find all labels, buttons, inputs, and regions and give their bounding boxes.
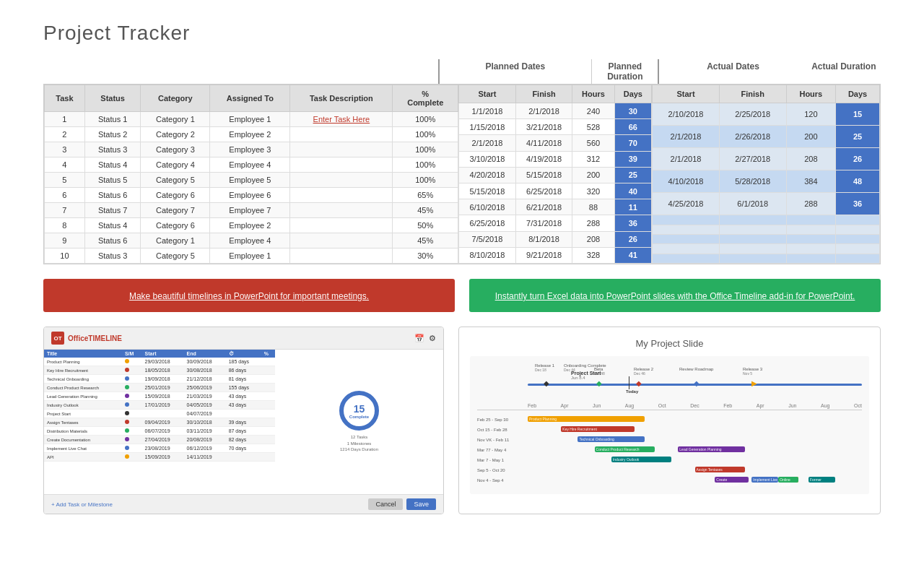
ot-cell-status — [122, 418, 142, 427]
col-header-row: Task Status Category Assigned To Task De… — [45, 85, 458, 112]
ot-header: OT OfficeTIMELINE 📅 ⚙ — [44, 327, 443, 350]
cell-employee: Employee 2 — [210, 218, 290, 233]
ot-calendar-icon[interactable]: 📅 — [414, 334, 424, 343]
ot-cell-pct — [261, 436, 275, 444]
cell-a-days — [836, 244, 880, 254]
cell-task: 10 — [45, 248, 85, 264]
ot-cell-status — [122, 427, 142, 436]
ot-cell-duration: 87 days — [226, 427, 261, 436]
ot-col-start: Start — [142, 350, 184, 358]
ot-cell-end: 30/08/2018 — [184, 366, 226, 375]
planned-table: Start Finish Hours Days 1/1/2018 2/1/201… — [458, 85, 652, 264]
ot-cell-title: Create Documentation — [44, 436, 122, 444]
planned-dates-header: Planned Dates — [438, 59, 593, 84]
planned-days-header: Days — [614, 85, 652, 103]
cell-p-hours: 528 — [572, 119, 614, 135]
ot-settings-icon[interactable]: ⚙ — [429, 334, 436, 343]
ot-cell-pct — [261, 427, 275, 436]
bar-label-7b: Implement Live Chat — [751, 477, 777, 487]
ot-footer-buttons: Cancel Save — [368, 498, 436, 510]
bar-label-7a: Create Documentation — [715, 477, 741, 487]
page-title: Project Tracker — [43, 22, 881, 45]
ot-cell-pct — [261, 392, 275, 401]
add-task-link[interactable]: + Add Task or Milestone — [51, 501, 113, 508]
cell-p-hours: 560 — [572, 135, 614, 151]
ot-body: Title S/M Start End ⏱ % Product Planning… — [44, 350, 443, 494]
cell-a-start — [653, 254, 720, 263]
table-row: 8Status 4Category 6Employee 250% — [45, 218, 458, 233]
cell-status: Status 4 — [84, 157, 141, 173]
ot-row: Create Documentation 27/04/2019 20/08/20… — [44, 436, 275, 444]
cell-description — [290, 203, 393, 218]
actual-duration-header: Actual Duration — [807, 59, 881, 84]
actual-hours-header: Hours — [786, 85, 836, 103]
cell-a-days — [836, 215, 880, 225]
milestone-marker-2: ◆ — [636, 379, 642, 387]
cell-p-hours: 328 — [572, 247, 614, 263]
table-row: 3Status 3Category 3Employee 3100% — [45, 142, 458, 157]
banner-red[interactable]: Make beautiful timelines in PowerPoint f… — [43, 279, 455, 312]
bar-label-2: Key Hire Recruitment — [561, 427, 598, 431]
ot-cell-duration: 155 days — [226, 384, 261, 392]
ot-cell-title: Product Planning — [44, 358, 122, 366]
cell-description — [290, 248, 393, 264]
cell-a-finish — [719, 215, 786, 225]
cell-task: 8 — [45, 218, 85, 233]
actual-row: 2/1/2018 2/26/2018 200 25 — [653, 126, 880, 148]
ot-footer: + Add Task or Milestone Cancel Save — [44, 494, 443, 514]
cell-p-start: 6/10/2018 — [459, 199, 516, 215]
gantt-row-6: Sep 5 - Oct 20 Assign Tentases — [477, 467, 862, 474]
cell-pct: 100% — [393, 127, 458, 142]
release1-marker: ◆ — [544, 379, 549, 387]
gantt-bar-research: Conduct Product Research — [595, 446, 655, 452]
ot-table-area: Title S/M Start End ⏱ % Product Planning… — [44, 350, 275, 494]
cell-p-days: 36 — [614, 215, 652, 231]
bar-label-1: Product Planning — [528, 417, 558, 421]
cell-pct: 45% — [393, 203, 458, 218]
ot-cell-status — [122, 375, 142, 384]
gantt-row-1: Feb 25 - Sep 30 Product Planning — [477, 416, 862, 423]
gauge-value: 15 — [354, 403, 365, 415]
cell-category: Category 5 — [141, 173, 210, 188]
cell-pct: 100% — [393, 142, 458, 157]
cell-p-days: 70 — [614, 135, 652, 151]
cell-pct: 100% — [393, 112, 458, 127]
cell-description — [290, 188, 393, 203]
cell-p-finish: 2/1/2018 — [515, 103, 572, 119]
cell-p-hours: 288 — [572, 215, 614, 231]
banner-green[interactable]: Instantly turn Excel data into PowerPoin… — [469, 279, 881, 312]
banner-green-link[interactable]: Instantly turn Excel data into PowerPoin… — [495, 291, 855, 301]
cell-description[interactable]: Enter Task Here — [290, 112, 393, 127]
save-button[interactable]: Save — [406, 498, 436, 510]
project-slide-preview: My Project Slide Project Start Jun 8.4 ◆… — [458, 327, 881, 514]
cell-p-finish: 3/21/2018 — [515, 119, 572, 135]
banner-red-link[interactable]: Make beautiful timelines in PowerPoint f… — [129, 291, 369, 301]
cell-p-hours: 240 — [572, 103, 614, 119]
cell-p-finish: 9/21/2018 — [515, 247, 572, 263]
cell-status: Status 1 — [84, 112, 141, 127]
cell-a-finish — [719, 244, 786, 254]
ot-cell-start: 19/09/2018 — [142, 375, 184, 384]
gantt-bar-area-1: Product Planning — [528, 416, 862, 423]
cell-a-hours: 208 — [786, 148, 836, 170]
cell-a-hours — [786, 254, 836, 263]
table-row: 9Status 6Category 1Employee 445% — [45, 233, 458, 248]
ot-cell-status — [122, 392, 142, 401]
cell-p-finish: 8/1/2018 — [515, 231, 572, 247]
release1-label: Release 1Dec 18 — [535, 363, 554, 372]
table-row: 4Status 4Category 4Employee 4100% — [45, 157, 458, 173]
cell-p-days: 66 — [614, 119, 652, 135]
ot-row: Assign Tentases 09/04/2019 30/10/2018 39… — [44, 418, 275, 427]
ot-row: Technical Onboarding 19/09/2018 21/12/20… — [44, 375, 275, 384]
cancel-button[interactable]: Cancel — [368, 498, 403, 510]
cell-p-finish: 5/15/2018 — [515, 167, 572, 183]
cell-a-hours — [786, 225, 836, 234]
axis-feb: Feb — [528, 403, 536, 408]
cell-status: Status 7 — [84, 203, 141, 218]
planned-row: 6/10/2018 6/21/2018 88 11 — [459, 199, 652, 215]
actual-col-header: Start Finish Hours Days — [653, 85, 880, 103]
ot-col-pct: % — [261, 350, 275, 358]
cell-task: 1 — [45, 112, 85, 127]
gantt-bar-area-3: Technical Onboarding — [528, 436, 862, 444]
ot-cell-start: 29/03/2018 — [142, 358, 184, 366]
